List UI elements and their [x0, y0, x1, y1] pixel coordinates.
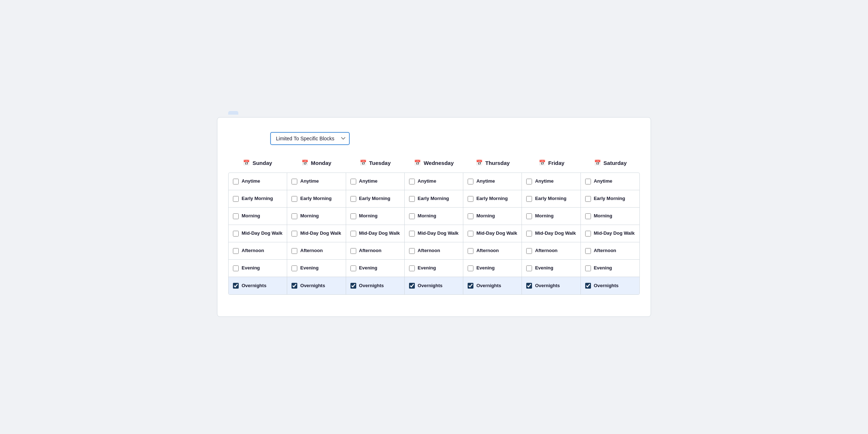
time-label-saturday-overnights: Overnights — [594, 283, 619, 289]
time-cell-sunday-evening: Evening — [229, 260, 287, 277]
day-label-sunday: Sunday — [252, 160, 272, 166]
checkbox-thursday-mid-day-dog-walk[interactable] — [468, 231, 473, 237]
checkbox-wednesday-afternoon[interactable] — [409, 248, 415, 254]
checkbox-wednesday-overnights[interactable] — [409, 283, 415, 289]
checkbox-friday-afternoon[interactable] — [526, 248, 532, 254]
checkbox-thursday-early-morning[interactable] — [468, 196, 473, 202]
time-label-friday-afternoon: Afternoon — [535, 248, 557, 254]
time-cell-sunday-mid-day-dog-walk: Mid-Day Dog Walk — [229, 225, 287, 242]
checkbox-saturday-mid-day-dog-walk[interactable] — [585, 231, 591, 237]
checkbox-wednesday-evening[interactable] — [409, 265, 415, 271]
time-label-thursday-overnights: Overnights — [476, 283, 501, 289]
time-cell-sunday-early-morning: Early Morning — [229, 190, 287, 208]
calendar-icon-thursday: 📅 — [476, 159, 483, 166]
time-cell-saturday-early-morning: Early Morning — [581, 190, 639, 208]
checkbox-tuesday-afternoon[interactable] — [350, 248, 356, 254]
checkbox-friday-overnights[interactable] — [526, 283, 532, 289]
checkbox-monday-mid-day-dog-walk[interactable] — [292, 231, 297, 237]
time-label-tuesday-overnights: Overnights — [359, 283, 384, 289]
time-cell-tuesday-early-morning: Early Morning — [346, 190, 405, 208]
checkbox-thursday-overnights[interactable] — [468, 283, 473, 289]
checkbox-saturday-afternoon[interactable] — [585, 248, 591, 254]
day-header-thursday: 📅Thursday — [463, 156, 522, 173]
checkbox-saturday-morning[interactable] — [585, 213, 591, 219]
calendar-icon-wednesday: 📅 — [414, 159, 421, 166]
calendar-icon-sunday: 📅 — [243, 159, 250, 166]
checkbox-saturday-anytime[interactable] — [585, 179, 591, 184]
checkbox-tuesday-early-morning[interactable] — [350, 196, 356, 202]
checkbox-friday-morning[interactable] — [526, 213, 532, 219]
time-label-sunday-overnights: Overnights — [242, 283, 267, 289]
checkbox-wednesday-early-morning[interactable] — [409, 196, 415, 202]
checkbox-wednesday-morning[interactable] — [409, 213, 415, 219]
time-label-friday-morning: Morning — [535, 213, 553, 219]
checkbox-monday-early-morning[interactable] — [292, 196, 297, 202]
day-label-tuesday: Tuesday — [369, 160, 391, 166]
time-cell-monday-evening: Evening — [287, 260, 346, 277]
checkbox-monday-afternoon[interactable] — [292, 248, 297, 254]
checkbox-thursday-evening[interactable] — [468, 265, 473, 271]
checkbox-tuesday-mid-day-dog-walk[interactable] — [350, 231, 356, 237]
checkbox-friday-mid-day-dog-walk[interactable] — [526, 231, 532, 237]
checkbox-tuesday-anytime[interactable] — [350, 179, 356, 184]
checkbox-wednesday-anytime[interactable] — [409, 179, 415, 184]
time-cell-sunday-anytime: Anytime — [229, 173, 287, 190]
checkbox-sunday-anytime[interactable] — [233, 179, 239, 184]
time-label-wednesday-early-morning: Early Morning — [418, 196, 449, 202]
time-cell-monday-afternoon: Afternoon — [287, 242, 346, 260]
time-label-wednesday-mid-day-dog-walk: Mid-Day Dog Walk — [418, 230, 459, 237]
checkbox-sunday-morning[interactable] — [233, 213, 239, 219]
day-header-tuesday: 📅Tuesday — [346, 156, 405, 173]
time-cell-sunday-overnights: Overnights — [229, 277, 287, 294]
checkbox-monday-morning[interactable] — [292, 213, 297, 219]
checkbox-sunday-mid-day-dog-walk[interactable] — [233, 231, 239, 237]
checkbox-tuesday-evening[interactable] — [350, 265, 356, 271]
checkbox-sunday-afternoon[interactable] — [233, 248, 239, 254]
time-cell-wednesday-mid-day-dog-walk: Mid-Day Dog Walk — [405, 225, 463, 242]
checkbox-tuesday-morning[interactable] — [350, 213, 356, 219]
checkbox-thursday-morning[interactable] — [468, 213, 473, 219]
time-cell-saturday-evening: Evening — [581, 260, 639, 277]
checkbox-monday-anytime[interactable] — [292, 179, 297, 184]
checkbox-sunday-overnights[interactable] — [233, 283, 239, 289]
checkbox-tuesday-overnights[interactable] — [350, 283, 356, 289]
time-cell-friday-morning: Morning — [522, 208, 580, 225]
checkbox-wednesday-mid-day-dog-walk[interactable] — [409, 231, 415, 237]
time-cell-tuesday-morning: Morning — [346, 208, 405, 225]
time-cell-friday-overnights: Overnights — [522, 277, 580, 294]
time-label-friday-overnights: Overnights — [535, 283, 560, 289]
checkbox-monday-overnights[interactable] — [292, 283, 297, 289]
checkbox-sunday-evening[interactable] — [233, 265, 239, 271]
time-cell-thursday-mid-day-dog-walk: Mid-Day Dog Walk — [463, 225, 522, 242]
day-label-wednesday: Wednesday — [424, 160, 454, 166]
calendar-icon-friday: 📅 — [539, 159, 546, 166]
checkbox-monday-evening[interactable] — [292, 265, 297, 271]
checkbox-thursday-afternoon[interactable] — [468, 248, 473, 254]
checkbox-friday-evening[interactable] — [526, 265, 532, 271]
time-label-tuesday-evening: Evening — [359, 265, 378, 271]
checkbox-thursday-anytime[interactable] — [468, 179, 473, 184]
checkbox-saturday-evening[interactable] — [585, 265, 591, 271]
checkbox-saturday-early-morning[interactable] — [585, 196, 591, 202]
time-label-saturday-evening: Evening — [594, 265, 612, 271]
time-label-saturday-anytime: Anytime — [594, 178, 612, 184]
time-cell-thursday-anytime: Anytime — [463, 173, 522, 190]
checkbox-saturday-overnights[interactable] — [585, 283, 591, 289]
checkbox-friday-early-morning[interactable] — [526, 196, 532, 202]
limit-to-times-panel: Not Limited Limited To Specific Blocks 📅… — [217, 117, 651, 317]
checkbox-sunday-early-morning[interactable] — [233, 196, 239, 202]
checkbox-friday-anytime[interactable] — [526, 179, 532, 184]
time-cell-saturday-morning: Morning — [581, 208, 639, 225]
time-cell-friday-afternoon: Afternoon — [522, 242, 580, 260]
time-cell-friday-mid-day-dog-walk: Mid-Day Dog Walk — [522, 225, 580, 242]
time-label-saturday-early-morning: Early Morning — [594, 196, 625, 202]
day-label-monday: Monday — [311, 160, 332, 166]
service-is-select[interactable]: Not Limited Limited To Specific Blocks — [270, 132, 350, 145]
time-cell-wednesday-early-morning: Early Morning — [405, 190, 463, 208]
time-cell-wednesday-overnights: Overnights — [405, 277, 463, 294]
time-label-thursday-anytime: Anytime — [476, 178, 495, 184]
time-label-sunday-evening: Evening — [242, 265, 260, 271]
time-label-sunday-anytime: Anytime — [242, 178, 260, 184]
time-label-wednesday-morning: Morning — [418, 213, 436, 219]
day-label-friday: Friday — [548, 160, 565, 166]
